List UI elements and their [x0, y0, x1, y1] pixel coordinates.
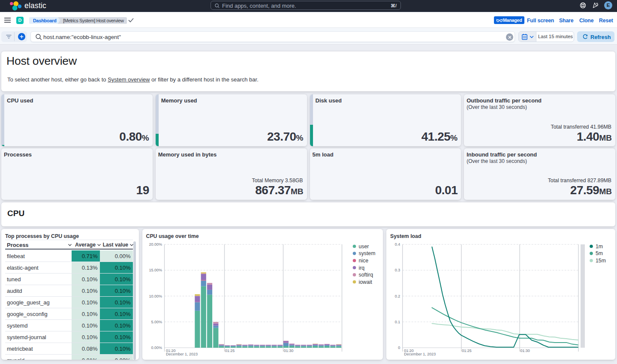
svg-text:01:25: 01:25	[462, 349, 472, 353]
svg-text:0.1: 0.1	[395, 320, 400, 324]
svg-text:01:25: 01:25	[225, 349, 235, 353]
svg-text:01:30: 01:30	[283, 349, 293, 353]
svg-text:01:30: 01:30	[520, 349, 530, 353]
svg-text:1m: 1m	[596, 244, 603, 250]
svg-text:system: system	[358, 250, 375, 256]
svg-text:nice: nice	[358, 258, 368, 264]
svg-text:irq: irq	[358, 265, 364, 271]
svg-text:0.4: 0.4	[395, 242, 400, 247]
svg-text:20.00%: 20.00%	[149, 242, 162, 247]
svg-text:softirq: softirq	[358, 272, 373, 278]
svg-text:0.3: 0.3	[395, 268, 400, 272]
svg-text:December 1, 2023: December 1, 2023	[404, 352, 436, 356]
svg-text:user: user	[358, 244, 369, 250]
svg-text:15m: 15m	[596, 258, 606, 264]
svg-text:0.2: 0.2	[395, 294, 400, 298]
svg-text:10.00%: 10.00%	[149, 294, 162, 298]
svg-text:December 1, 2023: December 1, 2023	[166, 352, 198, 356]
svg-text:0: 0	[398, 346, 400, 350]
svg-text:15.00%: 15.00%	[149, 268, 162, 272]
svg-text:0.00%: 0.00%	[151, 346, 162, 350]
svg-text:5m: 5m	[596, 250, 603, 256]
svg-text:iowait: iowait	[358, 279, 372, 285]
svg-text:5.00%: 5.00%	[151, 320, 162, 324]
